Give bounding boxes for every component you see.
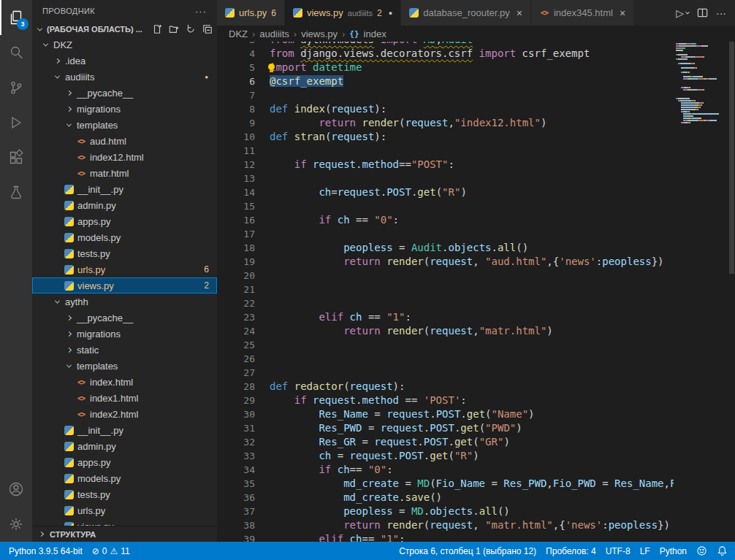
- code-editor[interactable]: 3from aythh.models import MD,Audit4from …: [217, 42, 735, 542]
- code-line-9[interactable]: 9 return render(request,"index12.html"): [217, 116, 674, 130]
- indentation-status[interactable]: Пробелов: 4: [546, 546, 596, 556]
- code-line-22[interactable]: 22: [217, 296, 674, 310]
- tree-item-templates[interactable]: templates: [32, 358, 217, 374]
- code-line-16[interactable]: 16 if ch == "0":: [217, 213, 674, 227]
- run-python-file-button[interactable]: ▷: [676, 7, 689, 19]
- code-line-15[interactable]: 15: [217, 199, 674, 213]
- code-line-6[interactable]: 6@csrf_exempt: [217, 74, 674, 88]
- tree-item-templates[interactable]: templates: [32, 117, 217, 133]
- split-editor-button[interactable]: [697, 7, 708, 18]
- tree-item-urls.py[interactable]: urls.py6: [32, 261, 217, 277]
- code-line-23[interactable]: 23 elif ch == "1":: [217, 310, 674, 324]
- collapse-all-icon[interactable]: [202, 24, 213, 34]
- tab-views.py[interactable]: views.pyaudiiits2●: [285, 0, 401, 26]
- breadcrumb-item-project[interactable]: DKZ: [229, 28, 248, 39]
- source-control-icon[interactable]: [0, 70, 32, 105]
- code-line-35[interactable]: 35 md_create = MD(Fio_Name = Res_PWD,Fio…: [217, 477, 674, 491]
- tab-urls.py[interactable]: urls.py6: [217, 0, 285, 26]
- tree-item-tests.py[interactable]: tests.py: [32, 486, 217, 502]
- code-line-26[interactable]: 26: [217, 352, 674, 366]
- code-line-14[interactable]: 14 ch=request.POST.get("R"): [217, 185, 674, 199]
- breadcrumb-item-file[interactable]: views.py: [301, 28, 338, 39]
- views-more-actions-icon[interactable]: ···: [195, 6, 207, 17]
- feedback-smiley-icon[interactable]: [696, 545, 707, 556]
- tree-item-__pycache__[interactable]: __pycache__: [32, 310, 217, 326]
- tree-item-urls.py[interactable]: urls.py: [32, 502, 217, 518]
- explorer-icon[interactable]: 3: [0, 0, 32, 35]
- code-line-37[interactable]: 37 peopless = MD.objects.all(): [217, 505, 674, 518]
- code-line-17[interactable]: 17: [217, 227, 674, 241]
- code-line-18[interactable]: 18 peopless = Audit.objects.all(): [217, 241, 674, 255]
- search-icon[interactable]: [0, 35, 32, 70]
- outline-section-header[interactable]: СТРУКТУРА: [32, 526, 217, 542]
- notifications-bell-icon[interactable]: [717, 545, 728, 556]
- account-icon[interactable]: [0, 472, 32, 507]
- extensions-icon[interactable]: [0, 140, 32, 175]
- code-line-19[interactable]: 19 return render(request, "aud.html",{'n…: [217, 255, 674, 269]
- tree-item-views.py[interactable]: views.py2: [32, 277, 217, 294]
- code-line-27[interactable]: 27: [217, 366, 674, 380]
- tree-item-models.py[interactable]: models.py: [32, 229, 217, 245]
- refresh-icon[interactable]: [186, 24, 196, 34]
- code-line-33[interactable]: 33 ch = request.POST.get("R"): [217, 449, 674, 463]
- code-line-30[interactable]: 30 Res_Name = request.POST.get("Name"): [217, 407, 674, 421]
- tree-item-migrations[interactable]: migrations: [32, 326, 217, 342]
- tree-item-matr.html[interactable]: <>matr.html: [32, 165, 217, 181]
- testing-beaker-icon[interactable]: [0, 175, 32, 210]
- tree-item-aythh[interactable]: aythh: [32, 294, 217, 310]
- close-icon[interactable]: ×: [620, 7, 625, 19]
- code-line-32[interactable]: 32 Res_GR = request.POST.get("GR"): [217, 435, 674, 449]
- code-line-39[interactable]: 39 elif ch== "1":: [217, 532, 674, 542]
- tree-item-.idea[interactable]: .idea: [32, 53, 217, 69]
- lightbulb-icon[interactable]: [268, 64, 275, 72]
- code-line-29[interactable]: 29 if request.method == 'POST':: [217, 394, 674, 407]
- code-line-25[interactable]: 25: [217, 338, 674, 352]
- tree-item-admin.py[interactable]: admin.py: [32, 438, 217, 454]
- tree-item-index.html[interactable]: <>index.html: [32, 374, 217, 390]
- tree-item-DKZ[interactable]: DKZ: [32, 37, 217, 53]
- dirty-indicator-icon[interactable]: ●: [389, 9, 392, 17]
- tree-item-migrations[interactable]: migrations: [32, 101, 217, 117]
- tab-database_roouter.py[interactable]: database_roouter.py×: [401, 0, 531, 26]
- workspace-section-header[interactable]: (РАБОЧАЯ ОБЛАСТЬ) ...: [32, 22, 217, 37]
- tree-item-index12.html[interactable]: <>index12.html: [32, 149, 217, 165]
- scrollbar-thumb[interactable]: [729, 42, 734, 274]
- breadcrumb-item-symbol[interactable]: index: [364, 28, 386, 39]
- code-line-13[interactable]: 13: [217, 172, 674, 185]
- code-line-4[interactable]: 4from django.views.decorators.csrf impor…: [217, 47, 674, 61]
- tree-item-__init__.py[interactable]: __init__.py: [32, 422, 217, 438]
- tree-item-__pycache__[interactable]: __pycache__: [32, 85, 217, 101]
- breadcrumb-item-package[interactable]: audiiits: [259, 28, 289, 39]
- tree-item-__init__.py[interactable]: __init__.py: [32, 181, 217, 197]
- tab-index345.html[interactable]: <>index345.html×: [531, 0, 634, 26]
- code-line-11[interactable]: 11: [217, 144, 674, 158]
- code-line-8[interactable]: 8def index(request):: [217, 102, 674, 116]
- code-line-28[interactable]: 28def redactor(request):: [217, 380, 674, 394]
- code-line-31[interactable]: 31 Res_PWD = request.POST.get("PWD"): [217, 421, 674, 435]
- tree-item-apps.py[interactable]: apps.py: [32, 213, 217, 229]
- code-line-34[interactable]: 34 if ch== "0":: [217, 463, 674, 477]
- code-line-21[interactable]: 21: [217, 283, 674, 296]
- new-folder-icon[interactable]: [169, 24, 179, 34]
- code-line-12[interactable]: 12 if request.method=="POST":: [217, 158, 674, 172]
- tree-item-static[interactable]: static: [32, 342, 217, 358]
- encoding-status[interactable]: UTF-8: [606, 546, 631, 556]
- tree-item-apps.py[interactable]: apps.py: [32, 454, 217, 470]
- new-file-icon[interactable]: [152, 24, 162, 34]
- editor-scrollbar[interactable]: [728, 42, 735, 542]
- code-line-10[interactable]: 10def stran(request):: [217, 130, 674, 144]
- code-area[interactable]: 3from aythh.models import MD,Audit4from …: [217, 42, 674, 542]
- cursor-position-status[interactable]: Строка 6, столбец 1 (выбрано 12): [399, 546, 536, 556]
- tree-item-audiiits[interactable]: audiiits●: [32, 69, 217, 85]
- tree-item-aud.html[interactable]: <>aud.html: [32, 133, 217, 149]
- minimap[interactable]: [674, 42, 728, 542]
- tree-item-admin.py[interactable]: admin.py: [32, 197, 217, 213]
- settings-gear-icon[interactable]: [0, 507, 32, 542]
- more-actions-button[interactable]: ···: [716, 7, 726, 19]
- tree-item-tests.py[interactable]: tests.py: [32, 245, 217, 261]
- tree-item-index2.html[interactable]: <>index2.html: [32, 406, 217, 422]
- code-line-3[interactable]: 3from aythh.models import MD,Audit: [217, 42, 674, 47]
- code-line-5[interactable]: 5import datetime: [217, 61, 674, 74]
- eol-status[interactable]: LF: [640, 546, 650, 556]
- code-line-20[interactable]: 20: [217, 269, 674, 283]
